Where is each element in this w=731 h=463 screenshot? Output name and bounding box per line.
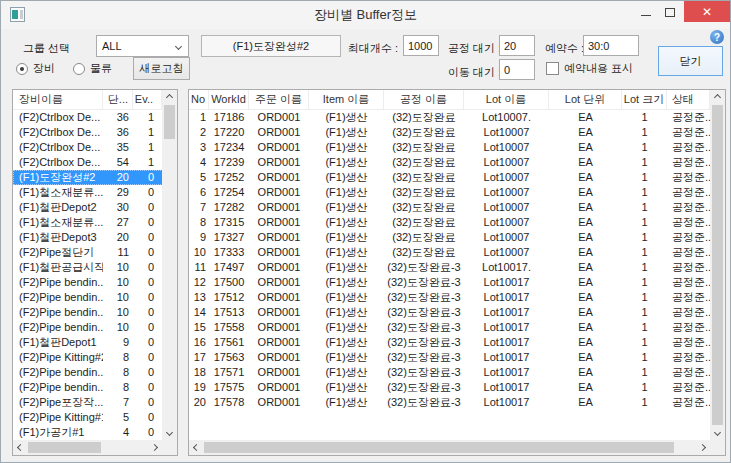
equipment-row[interactable]: (F2)Ctrlbox De...351 (13, 140, 177, 155)
cell: 1 (622, 245, 667, 260)
equipment-row[interactable]: (F2)Ctrlbox De...361 (13, 125, 177, 140)
right_table-column-header[interactable]: Lot 이름 (464, 90, 549, 109)
scrollbar-thumb[interactable] (204, 442, 674, 453)
lot-row[interactable]: 2017578ORD001(F1)생산(32)도장완료-3Lot10017EA1… (189, 395, 725, 410)
move-wait-input[interactable] (499, 59, 535, 80)
cell: (F1)생산 (309, 230, 384, 245)
cell: 13 (189, 290, 209, 305)
equipment-row[interactable]: (F2)Pipe bendin...100 (13, 275, 177, 290)
equipment-row[interactable]: (F1)철소재분류...290 (13, 185, 177, 200)
lot-row[interactable]: 1117497ORD001(F1)생산(32)도장완료-3Lot10017.EA… (189, 260, 725, 275)
right_table-column-header[interactable]: No (189, 90, 209, 109)
scroll-left-icon[interactable] (13, 440, 28, 455)
buffer-lot-horizontal-scrollbar[interactable] (189, 440, 710, 455)
cell: 0 (133, 395, 162, 410)
lot-row[interactable]: 917327ORD001(F1)생산(32)도장완료Lot10007EA1공정준… (189, 230, 725, 245)
scroll-down-icon[interactable] (710, 425, 725, 440)
max-count-input[interactable] (403, 35, 439, 56)
scrollbar-thumb[interactable] (164, 105, 175, 139)
equipment-row[interactable]: (F2)Pipe절단기110 (13, 245, 177, 260)
minimize-button[interactable] (635, 1, 657, 23)
equipment-list-horizontal-scrollbar[interactable] (13, 440, 162, 455)
lot-row[interactable]: 1717563ORD001(F1)생산(32)도장완료-3Lot10017EA1… (189, 350, 725, 365)
lot-row[interactable]: 1917575ORD001(F1)생산(32)도장완료-3Lot10017EA1… (189, 380, 725, 395)
show-reservation-checkbox[interactable]: 예약내용 표시 (546, 61, 633, 76)
lot-row[interactable]: 1317512ORD001(F1)생산(32)도장완료-3Lot10017EA1… (189, 290, 725, 305)
scroll-left-icon[interactable] (189, 440, 204, 455)
cell: ORD001 (249, 170, 309, 185)
equipment-row[interactable]: (F2)Pipe bendin...80 (13, 380, 177, 395)
close-window-button[interactable]: ✕ (684, 1, 730, 22)
equipment-row[interactable]: (F1)철판Depot3200 (13, 230, 177, 245)
equipment-row[interactable]: (F1)철판Depot190 (13, 335, 177, 350)
lot-row[interactable]: 1417513ORD001(F1)생산(32)도장완료-3Lot10017EA1… (189, 305, 725, 320)
right_table-column-header[interactable]: Lot 단위 (549, 90, 622, 109)
right_table-column-header[interactable]: 상태 (667, 90, 710, 109)
cell: 0 (133, 200, 162, 215)
radio-logistics[interactable]: 물류 (73, 61, 112, 76)
equipment-row[interactable]: (F2)Ctrlbox De...541 (13, 155, 177, 170)
lot-row[interactable]: 1217500ORD001(F1)생산(32)도장완료-3Lot10017EA1… (189, 275, 725, 290)
scroll-down-icon[interactable] (162, 425, 177, 440)
right_table-column-header[interactable]: Lot 크기 (622, 90, 667, 109)
equipment-row[interactable]: (F2)Ctrlbox De...361 (13, 110, 177, 125)
cell: 17186 (209, 110, 249, 125)
equipment-row[interactable]: (F2)Pipe bendin...100 (13, 290, 177, 305)
equipment-row[interactable]: (F2)Pipe Kitting#150 (13, 410, 177, 425)
cell: (F1)철판공급시작 (13, 260, 103, 275)
scroll-right-icon[interactable] (695, 440, 710, 455)
lot-row[interactable]: 1617561ORD001(F1)생산(32)도장완료-3Lot10017EA1… (189, 335, 725, 350)
scroll-right-icon[interactable] (147, 440, 162, 455)
lot-row[interactable]: 517252ORD001(F1)생산(32)도장완료Lot10007EA1공정준… (189, 170, 725, 185)
cell: ORD001 (249, 290, 309, 305)
lot-row[interactable]: 117186ORD001(F1)생산(32)도장완료Lot10007.EA1공정… (189, 110, 725, 125)
left_table-column-header[interactable]: Ev.. (133, 90, 162, 109)
lot-row[interactable]: 617254ORD001(F1)생산(32)도장완료Lot10007EA1공정준… (189, 185, 725, 200)
cell: EA (549, 140, 622, 155)
radio-equipment[interactable]: 장비 (16, 61, 55, 76)
scrollbar-thumb[interactable] (712, 105, 723, 425)
equipment-row[interactable]: (F1)철판공급시작100 (13, 260, 177, 275)
cell: (F2)Pipe bendin... (13, 320, 103, 335)
equipment-row[interactable]: (F1)철소재분류...270 (13, 215, 177, 230)
lot-row[interactable]: 717282ORD001(F1)생산(32)도장완료Lot10007EA1공정준… (189, 200, 725, 215)
process-wait-input[interactable] (499, 35, 535, 56)
lot-row[interactable]: 417239ORD001(F1)생산(32)도장완료Lot10007EA1공정준… (189, 155, 725, 170)
right_table-column-header[interactable]: Item 이름 (309, 90, 384, 109)
equipment-row[interactable]: (F2)Pipe bendin...100 (13, 320, 177, 335)
right_table-column-header[interactable]: 주문 이름 (249, 90, 309, 109)
right_table-column-header[interactable]: 공정 이름 (384, 90, 464, 109)
left_table-column-header[interactable]: 단... (103, 90, 133, 109)
equipment-row[interactable]: (F1)가공기#140 (13, 425, 177, 440)
lot-row[interactable]: 817315ORD001(F1)생산(32)도장완료Lot10007EA1공정준… (189, 215, 725, 230)
help-icon[interactable]: ? (710, 30, 724, 44)
scrollbar-thumb[interactable] (28, 442, 101, 453)
reservation-count-input[interactable] (583, 35, 639, 56)
cell: 20 (103, 170, 133, 185)
equipment-row[interactable]: (F2)Pipe Kitting#280 (13, 350, 177, 365)
equipment-row[interactable]: (F1)도장완성#2200 (13, 170, 177, 185)
equipment-row[interactable]: (F2)Pipe bendin...80 (13, 365, 177, 380)
buffer-lot-vertical-scrollbar[interactable] (710, 90, 725, 440)
close-button[interactable]: 닫기 (658, 46, 723, 76)
maximize-button[interactable] (659, 1, 681, 23)
lot-row[interactable]: 217220ORD001(F1)생산(32)도장완료Lot10007EA1공정준… (189, 125, 725, 140)
equipment-list-vertical-scrollbar[interactable] (162, 90, 177, 440)
scroll-up-icon[interactable] (162, 90, 177, 105)
cell: (32)도장완료 (384, 185, 464, 200)
scroll-up-icon[interactable] (710, 90, 725, 105)
lot-row[interactable]: 1017333ORD001(F1)생산(32)도장완료Lot10007EA1공정… (189, 245, 725, 260)
lot-row[interactable]: 1517558ORD001(F1)생산(32)도장완료-3Lot10017EA1… (189, 320, 725, 335)
right_table-column-header[interactable]: WorkId (209, 90, 249, 109)
group-select-combobox[interactable]: ALL (96, 35, 189, 57)
lot-row[interactable]: 317234ORD001(F1)생산(32)도장완료Lot10007EA1공정준… (189, 140, 725, 155)
equipment-row[interactable]: (F2)Pipe포장작...70 (13, 395, 177, 410)
selected-equipment-box: (F1)도장완성#2 (201, 35, 341, 57)
refresh-button[interactable]: 새로고침 (133, 57, 190, 80)
equipment-row[interactable]: (F1)철판Depot2300 (13, 200, 177, 215)
lot-row[interactable]: 1817571ORD001(F1)생산(32)도장완료-3Lot10017EA1… (189, 365, 725, 380)
left_table-column-header[interactable]: 장비이름 (13, 90, 103, 109)
cell: 6 (189, 185, 209, 200)
equipment-row[interactable]: (F2)Pipe bendin...100 (13, 305, 177, 320)
radio-equipment-label: 장비 (33, 61, 55, 76)
